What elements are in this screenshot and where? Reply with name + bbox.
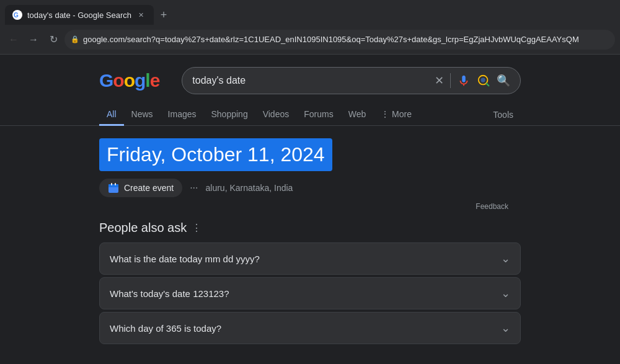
svg-rect-6 bbox=[108, 184, 118, 187]
paa-question-3: Which day of 365 is today? bbox=[110, 323, 221, 334]
paa-header: People also ask ⋮ bbox=[99, 221, 521, 235]
feedback-row: Feedback bbox=[99, 202, 521, 211]
date-actions: Create event ··· aluru, Karnataka, India bbox=[99, 179, 521, 197]
back-button[interactable]: ← bbox=[5, 31, 22, 48]
paa-item-1[interactable]: What is the date today mm dd yyyy? ⌄ bbox=[99, 242, 521, 275]
date-result: Friday, October 11, 2024 Create event ··… bbox=[99, 138, 521, 211]
search-bar[interactable]: today's date ✕ 🔍 bbox=[182, 67, 521, 94]
svg-rect-8 bbox=[115, 183, 116, 185]
paa-chevron-1: ⌄ bbox=[501, 252, 510, 265]
page-content: Google today's date ✕ bbox=[0, 55, 620, 364]
tab-close-button[interactable]: ✕ bbox=[136, 10, 146, 20]
results-area: Friday, October 11, 2024 Create event ··… bbox=[0, 126, 620, 344]
refresh-button[interactable]: ↻ bbox=[45, 31, 62, 48]
svg-point-3 bbox=[480, 78, 485, 82]
more-options-icon[interactable]: ··· bbox=[190, 182, 198, 193]
svg-text:G: G bbox=[14, 12, 19, 19]
tab-forums[interactable]: Forums bbox=[296, 104, 340, 126]
paa-more-icon[interactable]: ⋮ bbox=[192, 222, 202, 234]
date-display: Friday, October 11, 2024 bbox=[99, 138, 332, 171]
tab-all[interactable]: All bbox=[99, 104, 124, 126]
forward-button[interactable]: → bbox=[25, 31, 42, 48]
search-input[interactable]: today's date bbox=[192, 75, 430, 86]
google-header: Google today's date ✕ bbox=[0, 67, 620, 94]
search-submit-icon[interactable]: 🔍 bbox=[497, 74, 510, 87]
svg-line-4 bbox=[487, 84, 489, 86]
lock-icon: 🔒 bbox=[71, 35, 79, 43]
browser-tab[interactable]: G today's date - Google Search ✕ bbox=[5, 5, 154, 25]
browser-frame: G today's date - Google Search ✕ + ← → ↻… bbox=[0, 0, 620, 364]
new-tab-button[interactable]: + bbox=[155, 6, 172, 24]
nav-tabs: All News Images Shopping Videos Forums W… bbox=[0, 104, 620, 126]
tab-title: today's date - Google Search bbox=[27, 11, 131, 20]
feedback-link[interactable]: Feedback bbox=[476, 202, 508, 211]
tab-bar: G today's date - Google Search ✕ + bbox=[0, 0, 620, 25]
location-text: aluru, Karnataka, India bbox=[206, 183, 293, 193]
tab-news[interactable]: News bbox=[124, 104, 161, 126]
paa-item-3[interactable]: Which day of 365 is today? ⌄ bbox=[99, 312, 521, 344]
clear-icon[interactable]: ✕ bbox=[435, 74, 444, 87]
calendar-icon bbox=[108, 182, 119, 193]
tab-images[interactable]: Images bbox=[161, 104, 204, 126]
search-bar-icons: ✕ 🔍 bbox=[435, 73, 510, 88]
tools-button[interactable]: Tools bbox=[485, 105, 521, 125]
paa-question-1: What is the date today mm dd yyyy? bbox=[110, 254, 260, 264]
create-event-button[interactable]: Create event bbox=[99, 179, 182, 197]
tab-videos[interactable]: Videos bbox=[255, 104, 297, 126]
lens-icon[interactable] bbox=[477, 74, 490, 87]
address-bar-row: ← → ↻ 🔒 google.com/search?q=today%27s+da… bbox=[0, 25, 620, 55]
google-logo: Google bbox=[99, 70, 159, 91]
svg-rect-7 bbox=[111, 183, 112, 185]
address-text: google.com/search?q=today%27s+date&rlz=1… bbox=[83, 35, 609, 44]
paa-chevron-2: ⌄ bbox=[501, 286, 510, 300]
people-also-ask-section: People also ask ⋮ What is the date today… bbox=[99, 221, 521, 344]
paa-chevron-3: ⌄ bbox=[501, 321, 510, 335]
paa-title: People also ask bbox=[99, 221, 187, 235]
tab-more[interactable]: ⋮ More bbox=[373, 104, 419, 126]
tab-shopping[interactable]: Shopping bbox=[204, 104, 255, 126]
paa-question-2: What's today's date 123123? bbox=[110, 288, 229, 299]
tab-favicon: G bbox=[12, 10, 22, 20]
voice-icon[interactable] bbox=[457, 74, 471, 87]
tab-web[interactable]: Web bbox=[341, 104, 374, 126]
create-event-label: Create event bbox=[124, 183, 174, 193]
paa-item-2[interactable]: What's today's date 123123? ⌄ bbox=[99, 277, 521, 309]
search-divider bbox=[450, 73, 451, 88]
address-bar[interactable]: 🔒 google.com/search?q=today%27s+date&rlz… bbox=[64, 30, 615, 50]
